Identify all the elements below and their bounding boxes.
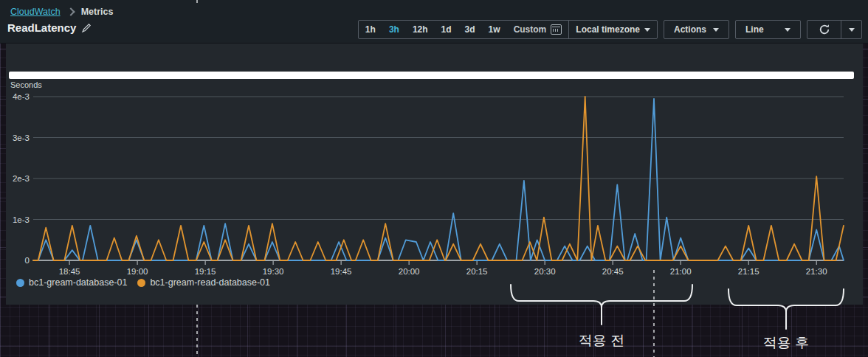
range-3d-button[interactable]: 3d bbox=[458, 21, 482, 38]
range-12h-button[interactable]: 12h bbox=[406, 21, 435, 38]
series-orange-dot bbox=[137, 279, 145, 287]
timezone-dropdown[interactable]: Local timezone bbox=[569, 21, 657, 38]
chart-legend: bc1-gream-database-01 bc1-gream-read-dat… bbox=[16, 277, 270, 288]
range-custom-button[interactable]: Custom bbox=[507, 21, 569, 38]
y-axis-unit-label: Seconds bbox=[10, 80, 42, 89]
chevron-down-icon bbox=[849, 28, 855, 32]
zoom-scrollbar[interactable] bbox=[9, 72, 854, 79]
calendar-icon bbox=[551, 24, 562, 35]
page-title: ReadLatency bbox=[7, 21, 76, 34]
title-row: ReadLatency bbox=[7, 21, 92, 34]
chevron-right-icon bbox=[66, 7, 75, 15]
chart-type-dropdown[interactable]: Line bbox=[735, 20, 801, 39]
breadcrumb: CloudWatch Metrics bbox=[10, 7, 113, 17]
refresh-button[interactable] bbox=[807, 21, 841, 38]
time-range-control: 1h 3h 12h 1d 3d 1w Custom Local timezone bbox=[358, 20, 658, 39]
screen: CloudWatch Metrics ReadLatency 1h 3h 12h… bbox=[0, 0, 868, 357]
legend-item-read-database[interactable]: bc1-gream-read-database-01 bbox=[137, 277, 270, 288]
timezone-label: Local timezone bbox=[576, 24, 640, 35]
annotation-after: 적용 후 bbox=[763, 333, 809, 353]
chart-type-label: Line bbox=[745, 24, 764, 35]
series-blue-dot bbox=[16, 279, 24, 287]
range-1h-button[interactable]: 1h bbox=[359, 21, 382, 38]
legend-item-database[interactable]: bc1-gream-database-01 bbox=[16, 277, 127, 288]
chart-plot-area[interactable] bbox=[6, 44, 863, 305]
refresh-options-dropdown[interactable] bbox=[841, 21, 861, 38]
refresh-icon bbox=[819, 24, 830, 35]
legend-label: bc1-gream-read-database-01 bbox=[150, 277, 270, 288]
breadcrumb-cloudwatch-link[interactable]: CloudWatch bbox=[10, 7, 61, 17]
range-1d-button[interactable]: 1d bbox=[435, 21, 458, 38]
actions-dropdown[interactable]: Actions bbox=[664, 20, 729, 39]
chevron-down-icon bbox=[713, 28, 719, 32]
refresh-split-button bbox=[807, 20, 862, 39]
actions-label: Actions bbox=[674, 24, 706, 35]
toolbar: 1h 3h 12h 1d 3d 1w Custom Local timezone… bbox=[358, 20, 862, 39]
edit-title-icon[interactable] bbox=[81, 23, 92, 33]
range-1w-button[interactable]: 1w bbox=[482, 21, 507, 38]
legend-label: bc1-gream-database-01 bbox=[29, 277, 127, 288]
breadcrumb-metrics: Metrics bbox=[81, 7, 114, 17]
custom-label: Custom bbox=[514, 24, 547, 35]
chevron-down-icon bbox=[644, 28, 650, 32]
chevron-down-icon bbox=[785, 28, 790, 32]
range-3h-button[interactable]: 3h bbox=[382, 21, 406, 38]
annotation-before: 적용 전 bbox=[579, 331, 624, 350]
